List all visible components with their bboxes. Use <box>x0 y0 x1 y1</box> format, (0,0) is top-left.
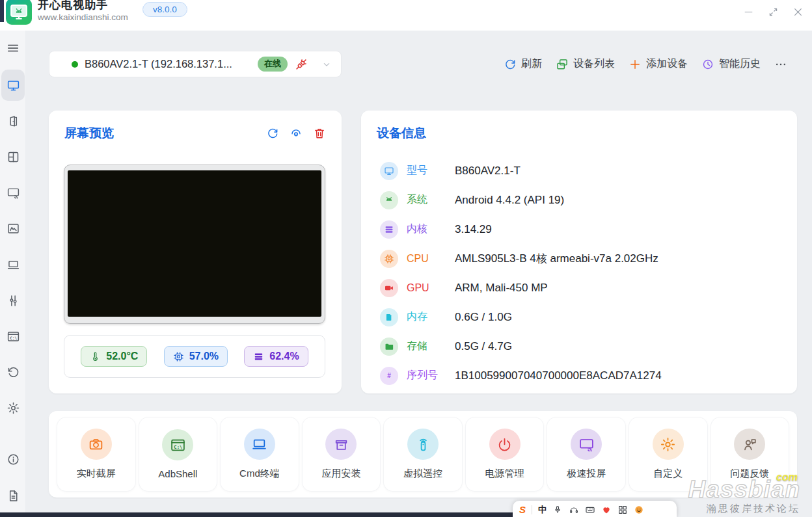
more-icon <box>774 58 787 71</box>
headset-icon[interactable] <box>569 505 579 515</box>
gear-icon <box>660 436 676 453</box>
toolbar-smart-history-label: 智能历史 <box>719 57 761 71</box>
action-customize[interactable]: 自定义 <box>629 418 707 491</box>
action-adb-shell[interactable]: C:\AdbShell <box>139 418 217 491</box>
terminal-icon: C:\ <box>170 437 186 453</box>
toolbox-grid-icon[interactable] <box>617 505 628 515</box>
minimize-button[interactable] <box>739 3 757 21</box>
device-list-icon <box>556 58 569 71</box>
plus-icon <box>629 58 642 71</box>
preview-card-header: 屏幕预览 <box>49 111 342 142</box>
remote-icon <box>415 436 431 453</box>
sidebar-item-media[interactable] <box>1 213 25 244</box>
sidebar-item-history-restore[interactable] <box>1 356 25 388</box>
action-virtual-remote-label: 虚拟遥控 <box>403 468 442 480</box>
device-selector[interactable]: B860AV2.1-T (192.168.137.1... 在线 <box>49 51 342 77</box>
taskbar-edge <box>0 512 517 517</box>
sidebar-item-device-screen[interactable] <box>1 70 25 101</box>
eye-icon <box>290 127 303 140</box>
laptop-icon <box>7 258 20 272</box>
maximize-icon <box>768 7 779 18</box>
preview-actions <box>266 127 326 140</box>
info-value: B860AV2.1-T <box>455 165 521 178</box>
action-feedback[interactable]: 问题反馈 <box>711 418 789 491</box>
door-icon <box>7 114 20 128</box>
quick-actions-card: 实时截屏C:\AdbShellCmd终端应用安装虚拟遥控电源管理极速投屏自定义问… <box>49 411 797 497</box>
toolbar-add-device-button[interactable]: 添加设备 <box>629 57 688 71</box>
hash-icon: # <box>384 371 394 381</box>
action-live-screenshot[interactable]: 实时截屏 <box>57 418 135 491</box>
toolbar-refresh-button[interactable]: 刷新 <box>504 57 542 71</box>
header: 开心电视助手 www.kaixindianshi.com v8.0.0 <box>0 0 812 31</box>
main-content: B860AV2.1-T (192.168.137.1... 在线 刷新设备列表添… <box>26 31 812 517</box>
toolbar-more-button[interactable] <box>774 58 787 71</box>
minimize-icon <box>743 7 754 18</box>
preview-card-title: 屏幕预览 <box>64 125 114 142</box>
app-title-block: 开心电视助手 www.kaixindianshi.com <box>38 0 128 23</box>
version-badge: v8.0.0 <box>142 2 187 17</box>
toolbar-device-list-button[interactable]: 设备列表 <box>556 57 615 71</box>
ime-toolbar[interactable]: S 中 <box>513 501 677 517</box>
power-icon <box>496 436 513 453</box>
monitor-icon <box>384 166 394 176</box>
close-button[interactable] <box>789 3 807 21</box>
refresh-preview-button[interactable] <box>266 127 279 140</box>
toolbar-smart-history-button[interactable]: 智能历史 <box>701 57 761 71</box>
sdcard-icon <box>384 312 394 323</box>
refresh-icon <box>266 127 279 140</box>
thermometer-icon <box>90 351 101 362</box>
monitor-icon <box>7 79 20 92</box>
action-cmd-terminal[interactable]: Cmd终端 <box>221 418 299 491</box>
maximize-button[interactable] <box>764 3 782 21</box>
laptop-icon <box>251 436 267 453</box>
sidebar-menu-button[interactable] <box>1 33 25 64</box>
sidebar-item-logs[interactable] <box>1 480 25 511</box>
refresh-icon <box>504 58 517 71</box>
sidebar-item-laptop[interactable] <box>1 249 25 280</box>
memory-usage-badge: 62.4% <box>244 346 308 367</box>
folder-icon <box>384 341 394 352</box>
action-virtual-remote[interactable]: 虚拟遥控 <box>384 418 462 491</box>
close-icon <box>792 7 804 18</box>
keyboard-icon[interactable] <box>585 505 595 515</box>
sidebar-item-layout[interactable] <box>1 141 25 172</box>
clear-preview-button[interactable] <box>313 127 326 140</box>
sidebar-item-screen-cast[interactable] <box>1 177 25 208</box>
device-name: B860AV2.1-T (192.168.137.1... <box>85 58 251 70</box>
sidebar-item-exit-door[interactable] <box>1 105 25 137</box>
tv-frame <box>64 165 325 324</box>
online-dot <box>72 61 78 68</box>
chevron-down-icon[interactable] <box>321 59 332 70</box>
action-app-install[interactable]: 应用安装 <box>303 418 381 491</box>
sidebar-item-settings[interactable] <box>1 392 25 423</box>
info-row: 内存0.6G / 1.0G <box>380 302 784 332</box>
info-value: AMLS905L3-B 4核 armeabi-v7a 2.02GHz <box>455 251 658 266</box>
info-label: 存储 <box>407 339 447 353</box>
layout-icon <box>7 150 20 164</box>
ime-logo[interactable]: S <box>519 505 526 515</box>
info-row: 存储0.5G / 4.7G <box>380 332 784 361</box>
emoji-icon[interactable] <box>634 505 644 515</box>
memory-usage-value: 62.4% <box>269 351 299 362</box>
sidebar-item-tools[interactable] <box>1 285 25 316</box>
toolbar-device-list-label: 设备列表 <box>573 57 615 71</box>
sidebar-item-terminal[interactable]: C:\ <box>1 321 25 352</box>
info-label: 序列号 <box>407 369 447 382</box>
chip-icon <box>384 254 394 264</box>
info-label: 内核 <box>407 222 447 236</box>
info-label: 内存 <box>407 310 447 324</box>
sidebar-item-about[interactable] <box>1 444 25 475</box>
action-live-screenshot-label: 实时截屏 <box>77 468 116 480</box>
info-value: Android 4.4.2 (API 19) <box>455 194 564 207</box>
disconnect-icon[interactable] <box>294 57 308 72</box>
ime-language-toggle[interactable]: 中 <box>538 504 547 516</box>
mic-icon[interactable] <box>552 505 563 515</box>
remote-view-button[interactable] <box>290 127 303 140</box>
camera-icon <box>88 436 104 453</box>
toolbar-refresh-label: 刷新 <box>521 57 542 71</box>
action-power-management[interactable]: 电源管理 <box>466 418 544 491</box>
svg-text:C:\: C:\ <box>174 444 182 449</box>
action-fast-cast[interactable]: 极速投屏 <box>547 418 625 491</box>
device-stats-box: 52.0°C57.0%62.4% <box>64 335 325 378</box>
heart-skin-icon[interactable] <box>601 505 612 515</box>
